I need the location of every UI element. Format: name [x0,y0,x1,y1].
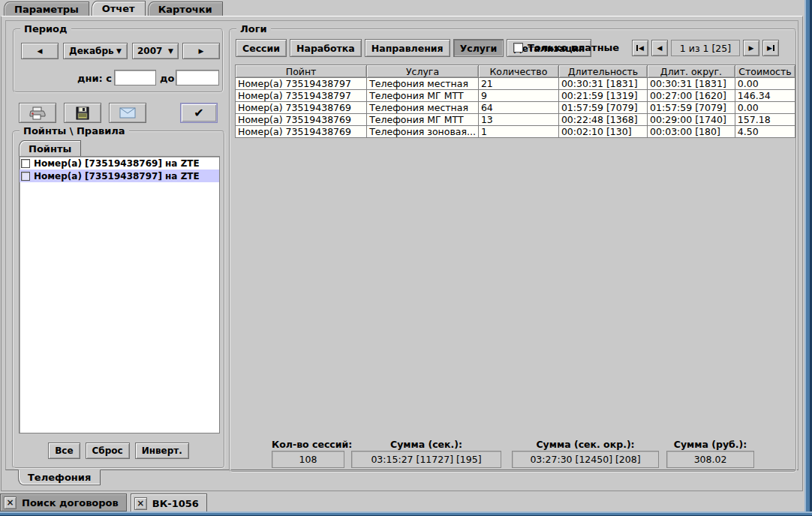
col-quantity[interactable]: Количество [478,65,558,78]
point-label: Номер(а) [73519438769] на ZTE [34,158,200,169]
prev-month-button[interactable]: ◀ [21,43,59,59]
summary-label: Кол-во сессий: [272,439,344,450]
year-dropdown[interactable]: 2007 ▼ [132,43,179,59]
mail-button[interactable] [109,103,146,123]
days-to-label: до [160,73,174,84]
cell: 01:57:59 [7079] [648,102,735,114]
cell: Телефония местная [367,102,479,114]
telephony-pane: Период ◀ Декабрь ▼ 2007 ▼ ▶ дни: с до [5,20,798,470]
col-duration[interactable]: Длительность [558,65,647,78]
checkbox-icon[interactable] [21,172,30,181]
services-button[interactable]: Услуги [453,39,504,57]
printer-icon [29,106,46,120]
checkbox-icon[interactable] [21,159,30,168]
save-button[interactable] [64,103,101,123]
points-group-title: Пойнты \ Правила [20,125,129,136]
cell: 00:30:31 [1831] [648,78,735,90]
checkbox-icon[interactable] [513,43,523,52]
col-cost[interactable]: Стоимость [735,65,795,78]
col-point[interactable]: Пойнт [236,65,367,78]
cell: 0.00 [735,102,795,114]
cell: 00:22:48 [1368] [558,114,647,126]
cell: Телефония местная [367,78,479,90]
right-arrow-icon: ▶ [199,48,204,55]
month-dropdown[interactable]: Декабрь ▼ [63,43,128,59]
cell: 0.00 [735,78,795,90]
window-tab-vk-1056[interactable]: × ВК-1056 [131,494,207,512]
invert-button[interactable]: Инверт. [135,442,189,459]
points-actions: Все Сброс Инверт. [14,442,224,459]
day-to-input[interactable] [176,70,219,86]
list-item[interactable]: Номер(а) [73519438769] на ZTE [20,157,219,170]
close-tab-button[interactable]: × [4,496,17,509]
last-page-button[interactable]: ▶ [762,40,779,56]
table-row[interactable]: Номер(а) 73519438769 Телефония местная 6… [236,102,795,114]
cell: 157.18 [735,114,795,126]
uptime-button[interactable]: Наработка [290,39,362,57]
summary-label: Сумма (сек. окр.): [512,439,659,450]
period-group: Период ◀ Декабрь ▼ 2007 ▼ ▶ дни: с до [13,28,224,93]
right-arrow-icon: ▶ [767,44,772,52]
directions-button[interactable]: Направления [365,39,450,57]
next-month-button[interactable]: ▶ [182,43,220,59]
logs-table[interactable]: Пойнт Услуга Количество Длительность Дли… [235,64,795,138]
window-tab-search-contracts[interactable]: × Поиск договоров [0,494,127,512]
col-duration-round[interactable]: Длит. округ. [648,65,735,78]
summary-label: Сумма (сек.): [351,439,501,450]
select-all-button[interactable]: Все [48,442,80,459]
paid-only-control[interactable]: Только платные [513,42,619,53]
table-row[interactable]: Номер(а) 73519438797 Телефония МГ МТТ 9 … [236,90,795,102]
summary-value: 03:27:30 [12450] [208] [512,451,659,468]
reset-button[interactable]: Сброс [86,442,130,459]
tab-kartochki[interactable]: Карточки [148,2,223,16]
col-service[interactable]: Услуга [367,65,479,78]
list-item[interactable]: Номер(а) [73519438797] на ZTE [20,170,219,182]
left-arrow-icon: ◀ [657,44,663,52]
bar-icon [636,45,638,51]
cell: Номер(а) 73519438797 [236,90,367,102]
tab-telephony[interactable]: Телефония [18,470,101,485]
cell: 1 [478,126,558,138]
report-tab-content: Период ◀ Декабрь ▼ 2007 ▼ ▶ дни: с до [1,16,803,491]
cell: 146.34 [735,90,795,102]
summary-label: Сумма (руб.): [666,439,754,450]
print-button[interactable] [19,103,56,123]
close-icon: × [6,497,14,508]
cell: 00:03:00 [180] [648,126,735,138]
tab-points[interactable]: Пойнты [19,140,81,156]
next-page-button[interactable]: ▶ [743,40,759,56]
cell: 13 [478,114,558,126]
prev-page-button[interactable]: ◀ [651,40,668,56]
paid-only-label: Только платные [528,42,619,53]
sum-seconds-rounded-summary: Сумма (сек. окр.): 03:27:30 [12450] [208… [512,451,659,468]
window-tab-label: ВК-1056 [152,498,199,509]
table-row[interactable]: Номер(а) 73519438769 Телефония МГ МТТ 13… [236,114,795,126]
cell: Номер(а) 73519438797 [236,78,367,90]
tab-parametry[interactable]: Параметры [4,2,89,16]
cell: Телефония МГ МТТ [367,90,479,102]
month-value: Декабрь [69,46,114,56]
sum-seconds-summary: Сумма (сек.): 03:15:27 [11727] [195] [351,451,501,468]
apply-button[interactable]: ✔ [180,103,218,123]
cell: Номер(а) 73519438769 [236,102,367,114]
logs-group-title: Логи [236,23,271,34]
logs-group: Логи Сессии Наработка Направления Услуги… [229,28,797,472]
cell: Телефония зоновая... [367,126,479,138]
bar-icon [773,45,774,51]
save-icon [76,106,89,120]
table-row[interactable]: Номер(а) 73519438769 Телефония зоновая..… [236,126,795,138]
left-arrow-icon: ◀ [38,48,43,55]
cell: Номер(а) 73519438769 [236,126,367,138]
mail-icon [119,107,136,118]
summary-value: 308.02 [666,451,754,468]
day-from-input[interactable] [114,70,156,86]
points-list[interactable]: Номер(а) [73519438769] на ZTE Номер(а) [… [19,156,220,434]
first-page-button[interactable]: ◀ [632,40,648,56]
close-tab-button[interactable]: × [134,497,147,510]
cell: 21 [478,78,558,90]
chevron-down-icon: ▼ [116,48,122,55]
sessions-button[interactable]: Сессии [236,39,287,57]
page-indicator: 1 из 1 [25] [671,40,740,56]
tab-otchet[interactable]: Отчет [92,1,146,16]
table-row[interactable]: Номер(а) 73519438797 Телефония местная 2… [236,78,795,90]
